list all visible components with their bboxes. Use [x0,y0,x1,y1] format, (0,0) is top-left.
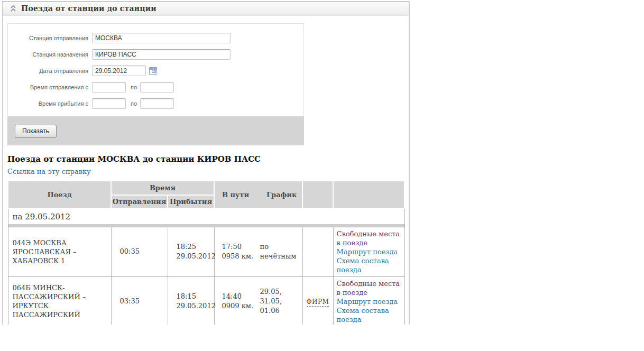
col-header-arrival: Прибытия [168,195,214,208]
results-heading: Поезда от станции МОСКВА до станции КИРО… [7,154,409,164]
brand-badge[interactable]: ФИРМ [307,298,329,307]
links-cell: Свободные места в поезде Маршрут поезда … [333,276,404,325]
duration-schedule-cell: 17:50 0958 км. по нечётным [214,227,302,276]
content-column: Поезда от станции до станции Станция отп… [2,1,410,325]
distance: 0909 км. [222,301,260,311]
arrival-time-to-label: по [131,100,137,107]
from-station-label: Станция отправления [8,35,88,41]
schedule: 29.05, 31.05, 01.06 [260,287,302,316]
date-group-row: на 29.05.2012 [8,208,404,224]
departure-time-from-input[interactable] [92,82,126,93]
arrival-time-label: Время прибытия с [8,100,88,107]
free-seats-link[interactable]: Свободные места в поезде [337,280,400,297]
departure-time: 03:35 [111,276,168,325]
col-header-duration-schedule: В пути График [214,181,302,208]
links-cell: Свободные места в поезде Маршрут поезда … [333,227,404,276]
page: Поезда от станции до станции Станция отп… [0,0,644,351]
train-composition-link[interactable]: Схема состава поезда [337,257,389,274]
arrival-time: 18:15 [177,292,214,301]
col-header-links [333,181,404,208]
brand-cell: ФИРМ [302,276,333,325]
arrival-cell: 18:25 29.05.2012 [168,227,214,276]
col-header-schedule: График [266,191,297,199]
form-row-departure-time: Время отправления с по [8,82,303,93]
permalink[interactable]: Ссылка на эту справку [7,168,91,176]
train-composition-link[interactable]: Схема состава поезда [337,307,389,324]
train-row: 044Э МОСКВА ЯРОСЛАВСКАЯ – ХАБАРОВСК 1 00… [8,227,404,276]
schedule: по нечётным [260,242,302,261]
col-header-time: Время [111,181,214,195]
arrival-cell: 18:15 29.05.2012 [168,276,214,325]
duration: 14:40 [222,292,260,301]
date-group-label: на 29.05.2012 [8,208,404,224]
search-form-fields: Станция отправления Станция назначения Д… [7,23,304,116]
to-station-label: Станция назначения [8,51,88,58]
free-seats-link[interactable]: Свободные места в поезде [337,230,400,247]
departure-time-to-label: по [131,84,137,90]
train-name: 064Б МИНСК-ПАССАЖИРСКИЙ – ИРКУТСК ПАССАЖ… [8,276,111,325]
from-station-input[interactable] [92,33,231,43]
col-header-brand [302,181,333,208]
departure-time: 00:35 [111,227,168,276]
departure-time-to-input[interactable] [140,82,174,93]
panel-title: Поезда от станции до станции [21,4,157,13]
arrival-date: 29.05.2012 [177,252,214,261]
arrival-time: 18:25 [177,242,214,252]
duration: 17:50 [222,242,260,252]
show-button[interactable]: Показать [15,125,57,138]
calendar-icon-day: 15 [152,70,156,74]
train-name: 044Э МОСКВА ЯРОСЛАВСКАЯ – ХАБАРОВСК 1 [8,227,111,276]
trains-table-header: Поезд Время В пути График Отправления Пр… [8,181,404,208]
form-row-date: Дата отправления 15 [8,66,303,76]
form-row-to-station: Станция назначения [8,49,303,60]
route-link[interactable]: Маршрут поезда [337,248,398,256]
collapse-panel-icon[interactable] [10,5,16,12]
departure-date-input[interactable] [92,66,146,76]
distance: 0958 км. [222,252,260,261]
col-header-duration: В пути [222,191,249,199]
route-link[interactable]: Маршрут поезда [337,298,398,306]
date-label: Дата отправления [8,68,88,74]
arrival-time-to-input[interactable] [140,98,174,109]
to-station-input[interactable] [92,49,231,60]
calendar-icon[interactable]: 15 [149,67,157,75]
col-header-train: Поезд [8,181,111,208]
departure-time-label: Время отправления с [8,84,88,90]
arrival-time-from-input[interactable] [92,98,126,109]
brand-cell [302,227,333,276]
form-row-arrival-time: Время прибытия с по [8,98,303,109]
trains-table: Поезд Время В пути График Отправления Пр… [7,180,405,325]
panel-header: Поезда от станции до станции [3,1,409,16]
train-row: 064Б МИНСК-ПАССАЖИРСКИЙ – ИРКУТСК ПАССАЖ… [8,276,404,325]
form-row-from-station: Станция отправления [8,33,303,43]
search-form: Станция отправления Станция назначения Д… [7,23,304,145]
col-header-departure: Отправления [111,195,168,208]
form-action-bar: Показать [7,116,304,145]
arrival-date: 29.05.2012 [177,301,214,311]
duration-schedule-cell: 14:40 0909 км. 29.05, 31.05, 01.06 [214,276,302,325]
